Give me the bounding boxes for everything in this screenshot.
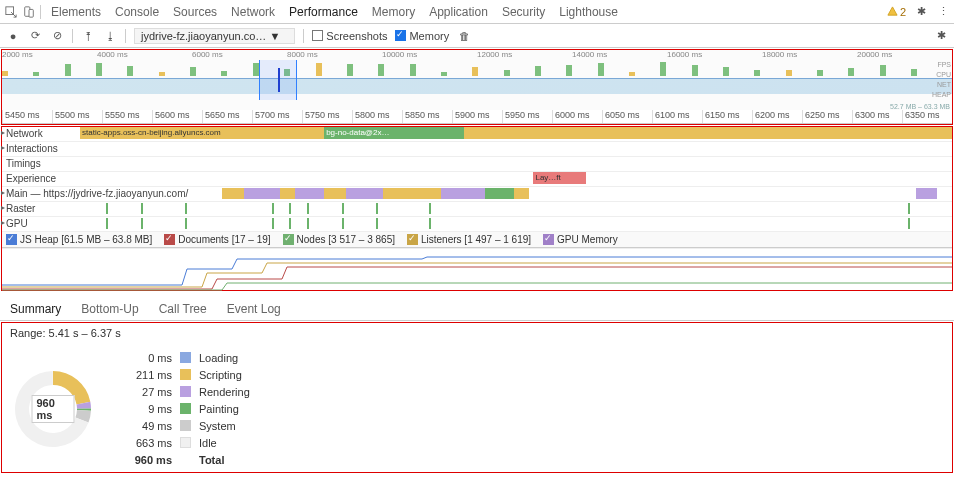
net-label: NET xyxy=(932,80,951,90)
settings-icon[interactable]: ✱ xyxy=(914,5,928,19)
perf-toolbar: ● ⟳ ⊘ ⭱ ⭳ jydrive-fz.jiaoyanyun.co… ▼ Sc… xyxy=(0,24,954,48)
category-row: 27 msRendering xyxy=(126,383,250,400)
category-row: 663 msIdle xyxy=(126,434,250,451)
trash-icon[interactable]: 🗑 xyxy=(457,29,471,43)
heap-label: HEAP xyxy=(932,90,951,100)
heap-range-text: 52.7 MB – 63.3 MB xyxy=(890,103,950,110)
memory-legend: JS Heap [61.5 MB – 63.8 MB]Documents [17… xyxy=(2,232,952,248)
panel-tabs: ElementsConsoleSourcesNetworkPerformance… xyxy=(51,5,618,19)
warning-icon xyxy=(887,6,898,17)
tab-application[interactable]: Application xyxy=(429,5,488,19)
tab-performance[interactable]: Performance xyxy=(289,5,358,19)
summary-body: 960 ms 0 msLoading211 msScripting27 msRe… xyxy=(10,349,944,468)
track-label-main[interactable]: ▸Main — https://jydrive-fz.jiaoyanyun.co… xyxy=(2,187,222,201)
checkbox-icon xyxy=(6,234,17,245)
legend-item[interactable]: Nodes [3 517 – 3 865] xyxy=(283,234,395,245)
track-label-gpu[interactable]: ▸GPU xyxy=(2,217,80,231)
net-bar-1[interactable]: static-apps.oss-cn-beijing.aliyuncs.com xyxy=(80,127,324,139)
track-label-experience[interactable]: Experience xyxy=(2,172,80,186)
swatch-icon xyxy=(180,403,191,414)
legend-item[interactable]: Documents [17 – 19] xyxy=(164,234,270,245)
screenshots-checkbox[interactable]: Screenshots xyxy=(312,30,387,42)
warnings-badge[interactable]: 2 xyxy=(887,6,906,18)
separator xyxy=(40,5,41,19)
flame-tracks[interactable]: ▸Network static-apps.oss-cn-beijing.aliy… xyxy=(2,127,952,232)
summary-donut: 960 ms xyxy=(10,366,96,452)
screenshots-label: Screenshots xyxy=(326,30,387,42)
timeline-overview[interactable]: 2000 ms4000 ms6000 ms8000 ms10000 ms1200… xyxy=(2,50,952,110)
track-label-interactions[interactable]: ▸Interactions xyxy=(2,142,80,156)
overview-cpu xyxy=(2,60,952,76)
range-text: Range: 5.41 s – 6.37 s xyxy=(10,327,944,339)
recording-dropdown[interactable]: jydrive-fz.jiaoyanyun.co… ▼ xyxy=(134,28,295,44)
summary-tab-summary[interactable]: Summary xyxy=(10,302,61,316)
main-strip[interactable] xyxy=(222,188,952,199)
tab-security[interactable]: Security xyxy=(502,5,545,19)
summary-tab-event-log[interactable]: Event Log xyxy=(227,302,281,316)
time-ruler[interactable]: 5450 ms5500 ms5550 ms5600 ms5650 ms5700 … xyxy=(2,110,952,124)
summary-tabs: SummaryBottom-UpCall TreeEvent Log xyxy=(0,297,954,321)
tab-sources[interactable]: Sources xyxy=(173,5,217,19)
track-network[interactable]: ▸Network static-apps.oss-cn-beijing.aliy… xyxy=(2,127,952,142)
perf-settings-icon[interactable]: ✱ xyxy=(934,29,948,43)
svg-rect-2 xyxy=(29,9,33,17)
track-timings[interactable]: Timings xyxy=(2,157,952,172)
separator xyxy=(72,29,73,43)
separator xyxy=(303,29,304,43)
overview-block: 2000 ms4000 ms6000 ms8000 ms10000 ms1200… xyxy=(1,49,953,125)
save-icon[interactable]: ⭳ xyxy=(103,29,117,43)
track-label-network[interactable]: ▸Network xyxy=(2,127,80,141)
layout-shift-badge[interactable]: Lay…ft xyxy=(533,172,585,184)
clear-icon[interactable]: ⊘ xyxy=(50,29,64,43)
checkbox-icon xyxy=(283,234,294,245)
overview-body: FPS CPU NET HEAP xyxy=(2,60,952,100)
checkbox-icon xyxy=(407,234,418,245)
tab-memory[interactable]: Memory xyxy=(372,5,415,19)
track-interactions[interactable]: ▸Interactions xyxy=(2,142,952,157)
load-icon[interactable]: ⭱ xyxy=(81,29,95,43)
overview-ticks: 2000 ms4000 ms6000 ms8000 ms10000 ms1200… xyxy=(2,50,952,60)
legend-item[interactable]: JS Heap [61.5 MB – 63.8 MB] xyxy=(6,234,152,245)
category-table: 0 msLoading211 msScripting27 msRendering… xyxy=(126,349,250,468)
summary-tab-bottom-up[interactable]: Bottom-Up xyxy=(81,302,138,316)
track-main[interactable]: ▸Main — https://jydrive-fz.jiaoyanyun.co… xyxy=(2,187,952,202)
cpu-label: CPU xyxy=(932,70,951,80)
tab-network[interactable]: Network xyxy=(231,5,275,19)
track-experience[interactable]: ExperienceLay…ft xyxy=(2,172,952,187)
memory-checkbox[interactable]: Memory xyxy=(395,30,449,42)
swatch-icon xyxy=(180,420,191,431)
overview-side-labels: FPS CPU NET HEAP xyxy=(932,60,951,100)
more-icon[interactable]: ⋮ xyxy=(936,5,950,19)
track-label-timings[interactable]: Timings xyxy=(2,157,80,171)
memory-lines xyxy=(2,249,952,291)
category-row: 49 msSystem xyxy=(126,417,250,434)
recording-label: jydrive-fz.jiaoyanyun.co… xyxy=(141,30,266,42)
reload-icon[interactable]: ⟳ xyxy=(28,29,42,43)
device-icon[interactable] xyxy=(22,5,36,19)
net-bar-2[interactable]: bg-no-data@2x… xyxy=(324,127,464,139)
overview-heap xyxy=(2,78,952,94)
legend-item[interactable]: GPU Memory xyxy=(543,234,618,245)
tab-console[interactable]: Console xyxy=(115,5,159,19)
legend-item[interactable]: Listeners [1 497 – 1 619] xyxy=(407,234,531,245)
separator xyxy=(125,29,126,43)
memory-graph[interactable] xyxy=(2,248,952,290)
network-body[interactable]: static-apps.oss-cn-beijing.aliyuncs.com … xyxy=(80,127,952,141)
tracks-block: ▸Network static-apps.oss-cn-beijing.aliy… xyxy=(1,126,953,291)
category-row: 0 msLoading xyxy=(126,349,250,366)
track-label-raster[interactable]: ▸Raster xyxy=(2,202,80,216)
checkbox-icon xyxy=(543,234,554,245)
tab-elements[interactable]: Elements xyxy=(51,5,101,19)
devtools-top-toolbar: ElementsConsoleSourcesNetworkPerformance… xyxy=(0,0,954,24)
checkbox-icon xyxy=(312,30,323,41)
checkbox-icon xyxy=(164,234,175,245)
tab-lighthouse[interactable]: Lighthouse xyxy=(559,5,618,19)
summary-tab-call-tree[interactable]: Call Tree xyxy=(159,302,207,316)
track-raster[interactable]: ▸Raster xyxy=(2,202,952,217)
swatch-icon xyxy=(180,352,191,363)
inspect-icon[interactable] xyxy=(4,5,18,19)
net-bar-3[interactable] xyxy=(464,127,952,139)
record-icon[interactable]: ● xyxy=(6,29,20,43)
swatch-icon xyxy=(180,437,191,448)
track-gpu[interactable]: ▸GPU xyxy=(2,217,952,232)
